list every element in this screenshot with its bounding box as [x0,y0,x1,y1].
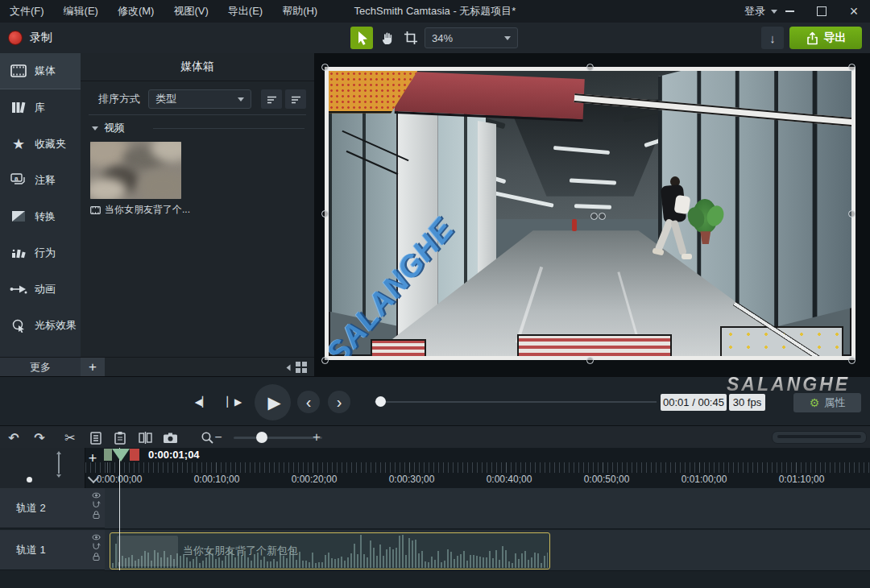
menu-edit[interactable]: 编辑(E) [54,0,108,23]
visibility-icon[interactable] [92,534,101,540]
video-preview[interactable]: SALANGHE [325,67,856,360]
menu-modify[interactable]: 修改(M) [108,0,164,23]
svg-text:a: a [14,175,19,182]
sidebar-item-favorites[interactable]: ★ 收藏夹 [0,126,81,162]
zoom-in-button[interactable]: + [306,426,327,449]
copy-button[interactable] [85,426,106,449]
playhead-handle[interactable] [112,449,130,462]
minimize-icon [785,10,794,12]
redo-button[interactable]: ↷ [29,426,50,449]
preview-canvas[interactable]: SALANGHE [314,53,870,376]
media-clip-thumbnail[interactable] [90,142,181,199]
maximize-button[interactable] [806,0,838,23]
clip-caption-text: 当你女朋友背了个... [105,203,190,217]
zoom-slider-knob[interactable] [256,432,267,443]
sort-asc-icon [266,94,278,105]
step-back-button[interactable]: ◀▏ [192,391,213,412]
timeline-header-cell [0,448,85,489]
prev-clip-button[interactable]: ‹ [297,391,320,413]
add-media-button[interactable]: + [81,358,105,377]
ruler-label: 0:01:00;00 [682,474,727,485]
select-tool-button[interactable] [350,27,373,49]
playhead-in-marker[interactable] [104,449,112,461]
sort-type-select[interactable]: 类型 [148,89,251,109]
more-tools-button[interactable]: 更多 [0,357,81,377]
step-forward-button[interactable]: ▏▶ [224,391,245,412]
timeline-scrollbar[interactable] [772,431,867,444]
ruler-label: 0:00:30;00 [389,474,435,485]
track-height-dot[interactable] [27,477,32,482]
minimize-button[interactable] [773,0,806,23]
selection-handle[interactable] [848,64,856,71]
selection-handle[interactable] [848,357,856,364]
paste-button[interactable] [110,426,130,449]
undo-button[interactable]: ↶ [3,426,24,449]
timeline-clip[interactable]: 当你女朋友背了个新包包 [110,532,550,569]
playhead-out-marker[interactable] [130,449,139,461]
login-menu[interactable]: 登录 [744,0,777,23]
video-section-toggle[interactable]: 视频 [92,121,125,135]
sidebar-item-cursor-effects[interactable]: 光标效果 [0,307,81,343]
undo-icon: ↶ [8,430,19,445]
zoom-out-button[interactable]: − [208,426,229,449]
selection-handle[interactable] [321,210,329,217]
loop-icon[interactable] [92,501,101,508]
section-collapse-icon [92,126,98,130]
track-height-slider[interactable] [58,454,60,474]
track-1-header[interactable]: 轨道 1 [0,530,105,570]
selection-handle[interactable] [586,357,594,364]
record-button[interactable]: 录制 [8,23,52,53]
sidebar-item-library[interactable]: 库 [0,89,81,126]
collapse-tracks-button[interactable] [84,470,103,485]
track-2-header[interactable]: 轨道 2 [0,488,105,528]
lock-icon[interactable] [92,511,101,519]
sidebar-item-behaviors[interactable]: 行为 [0,234,81,271]
selection-handle[interactable] [321,357,329,364]
split-button[interactable] [135,426,155,449]
sidebar-item-media[interactable]: 媒体 [0,53,81,89]
clip-thumbnail-overlay [117,536,178,566]
sort-descending-button[interactable] [285,89,306,109]
sort-ascending-button[interactable] [261,89,282,109]
add-track-button[interactable]: + [81,449,105,467]
selection-handle[interactable] [321,64,329,71]
center-handle[interactable] [599,213,606,220]
play-button[interactable]: ▶ [255,384,291,420]
menu-view[interactable]: 视图(V) [164,0,218,23]
pan-tool-button[interactable] [375,27,398,49]
playhead-line[interactable] [119,448,120,570]
track-2-lane[interactable] [105,488,870,529]
seek-track[interactable] [375,401,657,403]
lock-icon[interactable] [92,553,101,561]
scissors-icon: ✂ [64,430,75,445]
timeline: 0:00:00;00 0:00:10;00 0:00:20;00 0:00:30… [0,448,870,588]
loop-icon[interactable] [92,543,101,550]
sidebar-item-animations[interactable]: 动画 [0,271,81,307]
menu-file[interactable]: 文件(F) [0,0,54,23]
crop-tool-button[interactable] [400,27,422,49]
scene-sparkle-patch [720,326,843,356]
cut-button[interactable]: ✂ [60,426,81,449]
selection-handle[interactable] [586,64,594,71]
view-mode-toggle[interactable] [285,361,308,374]
scene-plant [690,199,722,255]
menu-help[interactable]: 帮助(H) [272,0,327,23]
export-button[interactable]: 导出 [789,27,862,49]
clip-label: 当你女朋友背了个新包包 [183,533,298,569]
center-handle[interactable] [590,213,598,220]
sidebar-item-annotations[interactable]: a 注释 [0,162,81,198]
screenshot-button[interactable] [159,426,181,449]
step-forward-icon: ▏▶ [227,396,242,408]
menu-export[interactable]: 导出(E) [218,0,272,23]
properties-button[interactable]: ⚙ 属性 [793,393,861,412]
close-icon: × [850,3,859,20]
visibility-icon[interactable] [92,492,101,499]
canvas-zoom-select[interactable]: 34% [425,27,518,48]
download-button[interactable]: ↓ [761,27,784,49]
next-clip-button[interactable]: › [328,391,350,413]
selection-handle[interactable] [848,210,856,217]
sidebar-item-transitions[interactable]: 转换 [0,198,81,234]
chevron-down-icon [238,97,244,101]
close-button[interactable]: × [838,0,870,23]
seek-knob[interactable] [375,396,386,407]
